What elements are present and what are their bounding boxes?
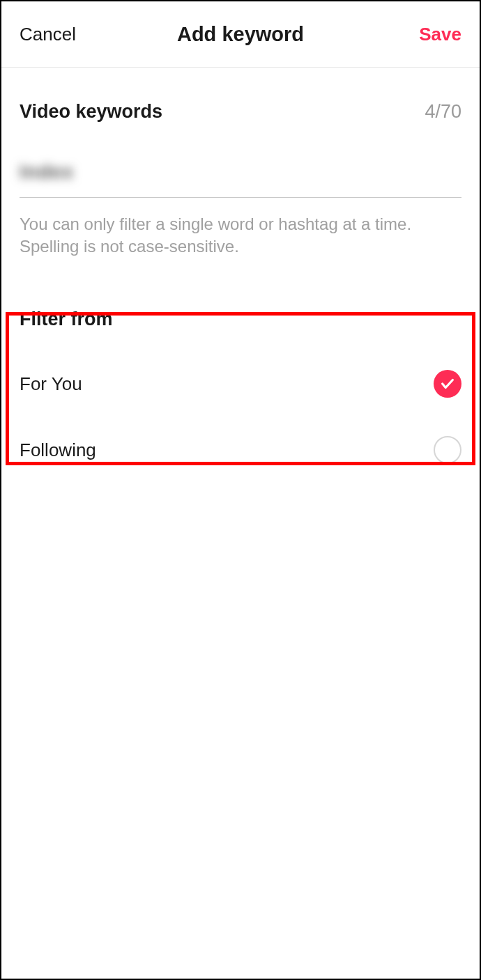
keyword-input-value: Index	[20, 161, 74, 183]
keyword-input[interactable]: Index	[20, 161, 461, 198]
filter-option-for-you[interactable]: For You	[20, 351, 461, 417]
character-counter: 4/70	[425, 101, 461, 123]
radio-unchecked-icon	[434, 436, 461, 464]
filter-from-title: Filter from	[20, 309, 461, 330]
header-bar: Cancel Add keyword Save	[1, 1, 480, 68]
keywords-section-header: Video keywords 4/70	[20, 68, 461, 123]
filter-options-list: For You Following	[20, 351, 461, 483]
save-button[interactable]: Save	[392, 24, 461, 45]
filter-option-following[interactable]: Following	[20, 417, 461, 483]
helper-text: You can only filter a single word or has…	[20, 213, 461, 258]
radio-checked-icon	[434, 370, 461, 398]
keywords-title: Video keywords	[20, 101, 162, 123]
content-area: Video keywords 4/70 Index You can only f…	[1, 68, 480, 483]
cancel-button[interactable]: Cancel	[20, 24, 89, 45]
page-title: Add keyword	[89, 23, 392, 46]
filter-option-label: Following	[20, 440, 96, 461]
filter-option-label: For You	[20, 373, 82, 395]
